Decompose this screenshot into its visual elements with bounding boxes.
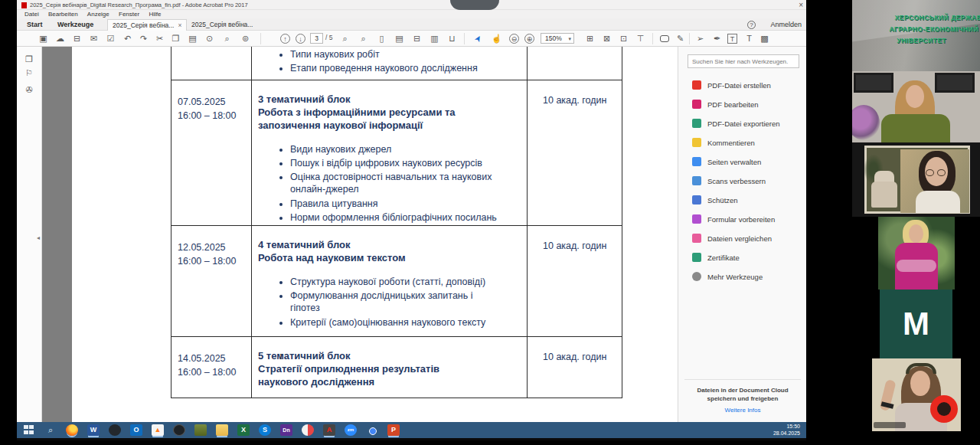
tool-create-pdf[interactable]: PDF-Datei erstellen	[692, 80, 807, 93]
firefox-icon[interactable]	[66, 424, 78, 436]
participant-tile-speaker[interactable]	[852, 71, 980, 142]
obs-icon[interactable]	[173, 424, 185, 436]
participant-tile-glasses[interactable]	[852, 142, 980, 217]
bullet-item: Пошук і відбір цифрових наукових ресурсі…	[290, 157, 516, 169]
attachments-icon[interactable]: ✇	[23, 83, 35, 96]
start-button[interactable]	[23, 424, 35, 436]
outlook-icon[interactable]: O	[130, 424, 142, 436]
print-icon[interactable]: ⊟	[70, 32, 83, 45]
page-thumbnails-icon[interactable]: ❐	[23, 53, 35, 65]
scrolling-view-icon[interactable]: ▤	[393, 32, 406, 45]
doc-tab-active[interactable]: 2025_Серія вебіна...×	[107, 19, 187, 31]
comment-icon[interactable]	[660, 35, 669, 42]
hours-cell: 10 акад. годин	[527, 80, 622, 225]
page-view-icon[interactable]: ▯	[375, 32, 388, 45]
cut-icon[interactable]: ✂	[153, 32, 166, 45]
reader-mode-icon[interactable]: ⊔	[446, 32, 459, 45]
excel-icon[interactable]: X	[237, 424, 250, 436]
doc-tab-inactive[interactable]: 2025_Серія вебіна...	[187, 19, 257, 31]
tool-prepare-form[interactable]: Formular vorbereiten	[692, 214, 807, 227]
next-page-icon[interactable]: ↓	[296, 34, 305, 44]
fill-sign-icon[interactable]: ✒	[710, 32, 724, 45]
menu-datei[interactable]: Datei	[24, 10, 39, 18]
fit-page-icon[interactable]: ⊠	[600, 32, 613, 45]
tool-edit-pdf[interactable]: PDF bearbeiten	[692, 100, 807, 112]
help-icon[interactable]: ?	[747, 21, 756, 29]
participant-tile-initial[interactable]: M	[852, 290, 980, 358]
meeting-overlay-tab[interactable]	[450, 0, 499, 10]
doc-check-icon[interactable]: ☑	[104, 32, 117, 45]
vlc-icon[interactable]: ▲	[152, 424, 164, 436]
menu-hilfe[interactable]: Hilfe	[149, 10, 161, 18]
previous-page-icon[interactable]: ↑	[280, 34, 290, 44]
tab-werkzeuge[interactable]: Werkzeuge	[57, 18, 93, 31]
tool-more-tools[interactable]: Mehr Werkzeuge	[692, 272, 807, 284]
email-icon[interactable]: ✉	[87, 32, 100, 45]
participant-tile-headphones[interactable]	[852, 358, 980, 431]
select-tool-icon[interactable]: ➤	[469, 30, 487, 47]
fit-height-icon[interactable]: ⊤	[634, 32, 647, 45]
text-box-icon[interactable]: T	[727, 34, 737, 44]
powerpoint-icon[interactable]: P	[387, 424, 400, 436]
clipboard-icon[interactable]: ▤	[186, 32, 199, 45]
taskbar-clock[interactable]: 15:50 28.04.2025	[773, 424, 800, 437]
bookmarks-icon[interactable]: ⚐	[23, 67, 35, 79]
password-app-icon[interactable]	[109, 424, 121, 436]
tool-certificates[interactable]: Zertifikate	[692, 253, 807, 265]
participant-tile-pink[interactable]	[852, 217, 980, 290]
zoom-app-icon[interactable]: zm	[345, 424, 357, 436]
file-explorer-icon[interactable]	[216, 424, 228, 436]
page-display-icon[interactable]: ▥	[428, 32, 441, 45]
doc-tab-close-icon[interactable]: ×	[178, 21, 181, 29]
page-number-input[interactable]	[310, 33, 323, 44]
file-app-icon[interactable]	[194, 424, 207, 436]
add-image-icon[interactable]: ▩	[758, 32, 771, 45]
actual-size-icon[interactable]: ⊡	[617, 32, 630, 45]
zoom-in-icon[interactable]: ⊕	[524, 34, 534, 44]
menu-bearbeiten[interactable]: Bearbeiten	[48, 10, 78, 18]
tool-enhance-scans[interactable]: Scans verbessern	[692, 176, 807, 188]
tool-compare-files[interactable]: Dateien vergleichen	[692, 234, 807, 246]
acrobat-taskbar-icon[interactable]: A	[323, 424, 335, 436]
window-close-button[interactable]: ×	[799, 0, 803, 10]
zoom-out-icon[interactable]: ⊖	[509, 34, 519, 44]
find-icon[interactable]: ⌕	[220, 32, 234, 45]
snapshot-icon[interactable]: ⊙	[203, 32, 216, 45]
pane-collapse-icon[interactable]: ◂	[37, 234, 40, 241]
zoom-level-dropdown[interactable]: 150%▾	[541, 33, 574, 44]
undo-icon[interactable]: ↶	[121, 32, 134, 45]
main-toolbar: ▣ ☁ ⊟ ✉ ☑ ↶ ↷ ✂ ❐ ▤ ⊙ ⌕ ⊚ ↑ ↓ / 5 ⌕ ⌕ ▯ …	[17, 31, 806, 47]
taskbar-search-icon[interactable]: ⌕	[44, 424, 57, 436]
copy-icon[interactable]: ❐	[169, 32, 182, 45]
sign-in-link[interactable]: Anmelden	[770, 20, 802, 30]
menu-fenster[interactable]: Fenster	[119, 10, 139, 18]
loupe-icon[interactable]: ⌕	[357, 32, 370, 45]
acrobat-title-bar: 2025_Серія вебінарів_Digital Research_Пр…	[17, 0, 806, 10]
tool-organize-pages[interactable]: Seiten verwalten	[692, 157, 807, 169]
weitere-infos-link[interactable]: Weitere Infos	[684, 407, 801, 414]
clock-time: 15:50	[773, 424, 800, 430]
marquee-zoom-icon[interactable]: ⌕	[338, 32, 351, 45]
tool-comment[interactable]: Kommentieren	[692, 138, 807, 150]
tool-search-input[interactable]	[688, 54, 799, 68]
redo-icon[interactable]: ↷	[137, 32, 150, 45]
two-page-view-icon[interactable]: ⊟	[410, 32, 423, 45]
hand-tool-icon[interactable]: ☝	[490, 32, 503, 45]
window-title: 2025_Серія вебінарів_Digital Research_Пр…	[30, 2, 248, 8]
pencil-icon[interactable]: ✎	[674, 32, 687, 45]
messenger-app-icon[interactable]: S	[259, 424, 271, 436]
tab-start[interactable]: Start	[27, 18, 43, 31]
add-text-icon[interactable]: T	[743, 32, 756, 45]
participant-tile-university[interactable]: ХЕРСОНСЬКИЙ ДЕРЖАВНИЙ АГРАРНО-ЕКОНОМІЧНИ…	[852, 0, 980, 71]
cloud-upload-icon[interactable]: ☁	[54, 32, 67, 45]
tool-protect[interactable]: Schützen	[692, 195, 807, 208]
send-icon[interactable]: ➢	[694, 32, 707, 45]
tool-export-pdf[interactable]: PDF-Datei exportieren	[692, 119, 807, 131]
binoculars-icon[interactable]: ⊚	[239, 32, 252, 45]
menu-anzeige[interactable]: Anzeige	[87, 10, 109, 18]
word-icon[interactable]: W	[87, 424, 100, 436]
purple-app-icon[interactable]: Dn	[280, 424, 292, 436]
media-app-icon[interactable]	[302, 424, 314, 436]
save-icon[interactable]: ▣	[37, 32, 50, 45]
fit-width-icon[interactable]: ⊞	[583, 32, 596, 45]
